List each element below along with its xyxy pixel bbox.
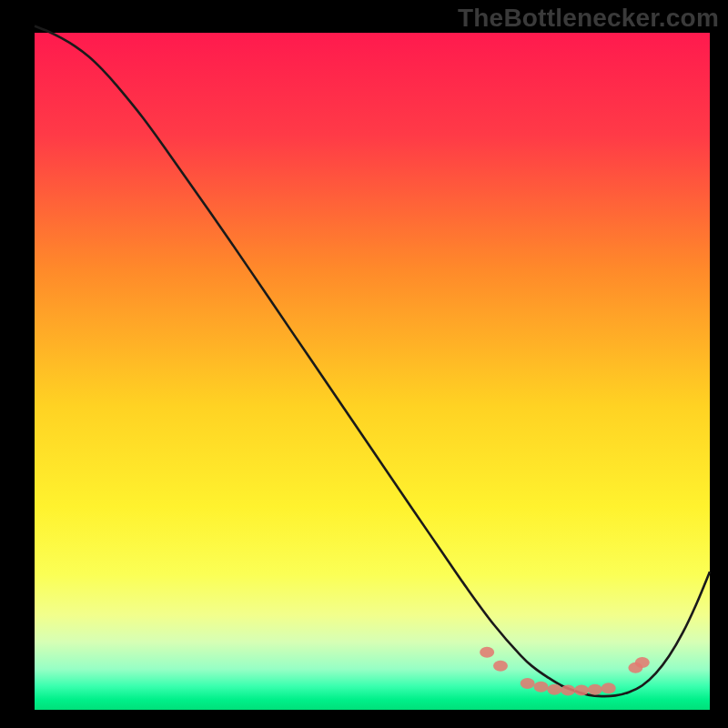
curve-marker <box>574 684 589 695</box>
curve-marker <box>602 682 616 693</box>
curve-marker <box>480 647 494 658</box>
chart-stage: TheBottlenecker.com <box>0 0 728 728</box>
curve-marker <box>493 661 508 672</box>
chart-svg <box>0 0 728 728</box>
curve-marker <box>561 684 575 695</box>
curve-marker <box>635 657 650 668</box>
gradient-panel <box>35 33 710 710</box>
curve-marker <box>534 682 549 693</box>
curve-marker <box>588 684 602 695</box>
curve-marker <box>521 678 535 689</box>
watermark-text: TheBottlenecker.com <box>458 4 719 33</box>
curve-marker <box>547 684 561 695</box>
